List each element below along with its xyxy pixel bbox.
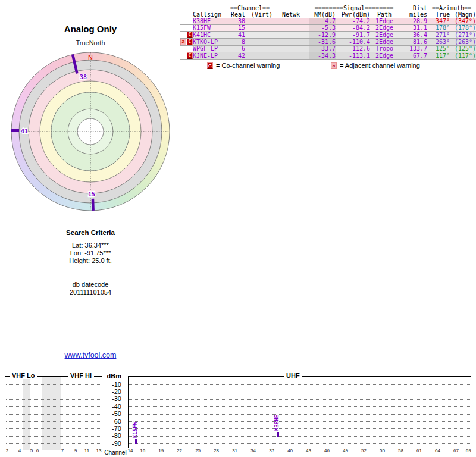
station-cell [273,25,309,32]
station-row: CKJNE-LP42-34.3-113.12Edge67.7117°(117°) [180,52,476,60]
station-cell: 36.4 [399,32,427,39]
station-cell: -74.2 [336,18,370,25]
col-miles: miles [399,11,427,18]
dist-group-header: Dist [399,5,427,11]
channel-tick-label: 7 [61,448,64,453]
channel-tick-label: 5 [30,448,33,453]
station-table-body: K38HE384.7-74.21Edge28.9347°(347°)K15FW1… [180,18,476,60]
station-cell [273,32,309,39]
dbm-gridline [6,414,101,415]
station-cell: KTKO-LP [193,39,227,46]
station-cell: -34.3 [309,52,336,60]
dbm-gridline [129,443,470,444]
db-datecode-label: db datecode [31,281,150,289]
warning-cell [180,25,193,32]
station-cell: -84.2 [336,25,370,32]
co-channel-warning-icon: C [187,39,193,45]
channel-tick-label: 58 [397,448,404,453]
legend-co-channel-text: = Co-channel warning [216,62,280,69]
dbm-gridline [129,392,470,392]
station-cell: K15FW [193,25,227,32]
station-cell: 38 [227,18,245,25]
radar-marker-label: 15 [88,191,95,198]
channel-tick-label: 49 [342,448,349,453]
station-cell: 31.1 [399,25,427,32]
station-cell: -12.9 [309,32,336,39]
dbm-gridline [6,399,101,400]
dbm-gridline [129,428,470,429]
col-virt: (Virt) [245,11,273,18]
col-real: Real [227,11,245,18]
azimuth-group-header: ==Azimuth== [427,5,476,11]
warning-cell [180,46,193,52]
dbm-tick-label: -40 [105,403,121,410]
dbm-gridline [129,436,470,437]
channel-group-header: ==Channel== [227,5,273,11]
station-cell: 81.6 [399,39,427,46]
dbm-gridline [6,384,101,385]
dbm-tick-label: -30 [105,396,121,402]
channel-tick-label: 28 [213,448,220,453]
station-cell [273,18,309,25]
station-cell: 15 [227,25,245,32]
channel-tick-label: 43 [305,448,312,453]
dbm-gridline [6,443,101,444]
dbm-tick-label: -60 [105,418,121,425]
station-cell: 133.7 [399,46,427,52]
station-cell [245,25,273,32]
radar-overlay: N384115 [0,48,184,220]
channel-axis-title: Channel [103,449,128,456]
station-cell: -91.7 [336,32,370,39]
table-group-header-row: ==Channel== ========Signal======== Dist … [180,5,476,11]
latitude-value: Lat: 36.34*** [31,242,150,249]
col-nm: NM(dB) [309,11,336,18]
channel-tick-label: 19 [158,448,164,453]
station-cell: 125° [427,46,450,52]
adjacent-channel-warning-icon: a [180,39,186,45]
station-cell: K41HC [193,32,227,39]
station-cell: 271° [427,32,450,39]
station-cell: (347°) [450,18,476,25]
station-cell [245,46,273,52]
channel-tick-label: 4 [18,448,21,453]
radar-ring-outline [51,92,130,171]
signal-group-header: ========Signal======== [309,5,399,11]
col-callsign: Callsign [193,11,227,18]
station-cell: -31.6 [309,39,336,46]
station-cell: 67.7 [399,52,427,60]
signal-bar-callsign: K15FW [133,417,138,438]
station-row: CK41HC41-12.9-91.72Edge36.4271°(271°) [180,32,476,39]
station-cell: -112.6 [336,46,370,52]
station-cell [273,39,309,46]
channel-tick-label: 37 [268,448,275,453]
radar-title: Analog Only [31,24,150,34]
station-cell: WPGF-LP [193,46,227,52]
vhf-hi-label: VHF Hi [68,373,94,379]
channel-tick-label: 46 [324,448,330,453]
db-datecode-value: 201111101054 [31,289,150,296]
warning-cell: C [180,32,193,39]
dbm-gridline [129,384,470,385]
station-cell [245,52,273,60]
station-cell: 8 [227,39,245,46]
station-cell: 42 [227,52,245,60]
radar-marker-label: 41 [21,128,28,134]
station-cell: Tropo [370,46,399,52]
search-criteria-block: Search Criteria Lat: 36.34*** Lon: -91.7… [31,229,150,265]
station-cell: K38HE [193,18,227,25]
dbm-gridline [6,428,101,429]
channel-tick-label: 69 [465,448,472,453]
compass-north-label: N [88,54,93,61]
tvfool-link[interactable]: www.tvfool.com [65,351,117,359]
station-row: aCKTKO-LP8-31.6-110.42Edge81.6263°(263°) [180,39,476,46]
dbm-gridline [6,436,101,437]
station-cell: 41 [227,32,245,39]
dbm-tick-label: -90 [105,440,121,447]
dbm-tick-label: -10 [105,381,121,388]
channel-tick-label: 6 [36,448,39,453]
channel-tick-label: 25 [195,448,201,453]
channel-tick-label: 61 [416,448,422,453]
channel-tick-label: 22 [176,448,183,453]
uhf-panel [128,376,471,450]
dbm-axis-title: dBm [105,373,121,380]
